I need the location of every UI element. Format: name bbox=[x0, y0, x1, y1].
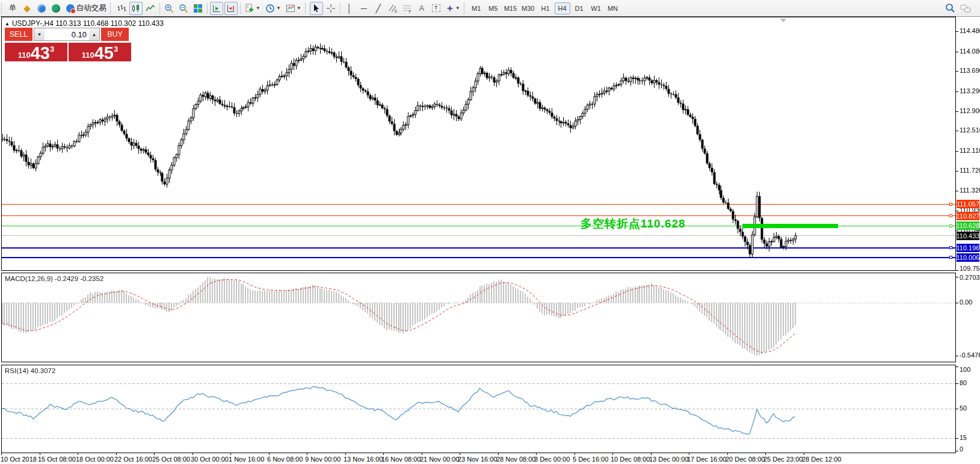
autotrade-button[interactable]: 自动交易 bbox=[64, 2, 108, 15]
hline-handle-110.827[interactable] bbox=[949, 214, 952, 217]
date-tick bbox=[536, 453, 537, 455]
chart-title: ▲USDJPY-,H4 110.313 110.468 110.302 110.… bbox=[5, 19, 164, 28]
date-tick bbox=[40, 453, 40, 455]
date-tick bbox=[804, 453, 804, 455]
volume-input[interactable] bbox=[45, 28, 89, 40]
volume-increase-button[interactable]: ▲ bbox=[89, 28, 99, 40]
arrows-button[interactable]: ▼ bbox=[444, 2, 462, 15]
signals-button[interactable] bbox=[49, 2, 63, 15]
svg-text:F: F bbox=[408, 9, 411, 13]
chat-button[interactable] bbox=[958, 2, 973, 15]
rsi-pane[interactable]: RSI(14) 40.3072 bbox=[1, 365, 956, 453]
macd-canvas[interactable] bbox=[2, 273, 955, 362]
buy-price-button[interactable]: 110453 bbox=[69, 43, 131, 61]
zoom-in-button[interactable] bbox=[162, 2, 176, 15]
cursor-icon bbox=[312, 4, 321, 13]
toolbar-gripper bbox=[464, 3, 466, 14]
timeframe-m1[interactable]: M1 bbox=[469, 2, 484, 14]
mt4-terminal: 单 ◆ 自动交易 bbox=[0, 0, 980, 464]
chart-shift-button[interactable] bbox=[224, 2, 238, 15]
autotrade-badge bbox=[70, 8, 76, 14]
macd-pane[interactable]: MACD(12,26,9) -0.2429 -0.2352 bbox=[1, 273, 956, 362]
search-button[interactable] bbox=[943, 2, 957, 15]
timeframe-m5[interactable]: M5 bbox=[485, 2, 501, 14]
date-label: 13 Nov 16:00 bbox=[344, 456, 383, 463]
horizontal-line-button[interactable]: ─ bbox=[357, 2, 371, 15]
indicators-icon: f bbox=[245, 4, 254, 13]
date-tick bbox=[727, 453, 728, 455]
sell-button[interactable]: SELL bbox=[5, 28, 32, 41]
hline-handle-110.628[interactable] bbox=[949, 224, 952, 227]
fibonacci-button[interactable]: F bbox=[401, 2, 414, 15]
tile-windows-icon bbox=[193, 4, 203, 13]
rsi-canvas[interactable] bbox=[2, 365, 955, 453]
hline-handle-110.196[interactable] bbox=[949, 246, 952, 249]
gold-button[interactable]: ◆ bbox=[20, 2, 34, 15]
toolbar-right-icons bbox=[943, 2, 974, 15]
date-tick bbox=[422, 453, 422, 455]
line-chart-icon bbox=[146, 4, 155, 13]
date-label: 1 Nov 16:00 bbox=[229, 456, 264, 463]
date-label: 15 Oct 08:00 bbox=[38, 456, 76, 463]
price-axis[interactable] bbox=[956, 16, 980, 464]
timeframe-d1[interactable]: D1 bbox=[572, 2, 587, 14]
chart-shift-marker[interactable] bbox=[780, 19, 786, 22]
candlestick-chart-button[interactable] bbox=[129, 2, 143, 15]
date-label: 23 Nov 16:00 bbox=[458, 456, 497, 463]
buy-price-point: 3 bbox=[114, 45, 118, 54]
bar-chart-button[interactable] bbox=[115, 2, 128, 15]
hline-handle-110.006[interactable] bbox=[949, 256, 952, 259]
zoom-out-button[interactable] bbox=[177, 2, 190, 15]
price-chart-pane[interactable]: ▲USDJPY-,H4 110.313 110.468 110.302 110.… bbox=[1, 16, 956, 271]
text-label-button[interactable]: T bbox=[430, 2, 443, 15]
templates-button[interactable]: ▼ bbox=[284, 2, 303, 15]
date-tick bbox=[575, 453, 575, 455]
date-tick bbox=[193, 453, 193, 455]
timeframe-m15[interactable]: M15 bbox=[502, 2, 519, 14]
date-label: 21 Nov 00:00 bbox=[420, 456, 459, 463]
trendline-button[interactable]: ╱ bbox=[372, 2, 385, 15]
annotation-text[interactable]: 多空转折点110.628 bbox=[581, 216, 686, 232]
periods-button[interactable]: ▼ bbox=[263, 2, 283, 15]
text-button[interactable]: A bbox=[415, 2, 428, 15]
mql-community-button[interactable] bbox=[35, 2, 48, 15]
indicators-button[interactable]: f ▼ bbox=[243, 2, 262, 15]
hline-handle-111.057[interactable] bbox=[949, 203, 952, 206]
vertical-line-button[interactable]: │ bbox=[343, 2, 356, 15]
support-zone-bar[interactable] bbox=[742, 224, 838, 228]
date-tick bbox=[230, 453, 231, 455]
timeframe-w1[interactable]: W1 bbox=[588, 2, 604, 14]
toolbar-gripper bbox=[1, 3, 4, 14]
sell-price-button[interactable]: 110433 bbox=[5, 43, 67, 61]
buy-price-pips: 45 bbox=[94, 46, 114, 61]
equidistant-channel-button[interactable]: E bbox=[386, 2, 399, 15]
crosshair-button[interactable] bbox=[324, 2, 337, 15]
date-label: 10 Dec 08:00 bbox=[611, 456, 650, 463]
chart-collapse-icon[interactable]: ▲ bbox=[5, 21, 10, 26]
line-chart-button[interactable] bbox=[144, 2, 157, 15]
date-tick bbox=[689, 453, 689, 455]
price-chart-canvas[interactable] bbox=[2, 17, 955, 270]
timeframe-h1[interactable]: H1 bbox=[538, 2, 553, 14]
date-label: 10 Oct 2018 bbox=[1, 456, 37, 463]
fibonacci-icon: F bbox=[402, 4, 412, 13]
auto-scroll-button[interactable] bbox=[210, 2, 223, 15]
vertical-line-icon: │ bbox=[347, 4, 352, 13]
cursor-button[interactable] bbox=[310, 2, 323, 15]
timeframe-h4[interactable]: H4 bbox=[555, 2, 570, 14]
date-tick bbox=[345, 453, 346, 455]
search-icon bbox=[945, 3, 955, 13]
channel-icon: E bbox=[388, 4, 398, 13]
arrows-icon bbox=[446, 4, 454, 13]
new-order-button[interactable]: 单 bbox=[6, 2, 19, 15]
date-tick bbox=[612, 453, 613, 455]
timeframe-m30[interactable]: M30 bbox=[520, 2, 536, 14]
trendline-icon: ╱ bbox=[376, 4, 381, 13]
dropdown-caret-icon: ▼ bbox=[455, 5, 460, 11]
buy-button[interactable]: BUY bbox=[101, 28, 129, 41]
volume-decrease-button[interactable]: ▼ bbox=[34, 28, 45, 40]
timeframe-mn[interactable]: MN bbox=[605, 2, 621, 14]
tile-windows-button[interactable] bbox=[191, 2, 205, 15]
trade-panel-prices: 110433 110453 bbox=[5, 43, 134, 61]
time-axis[interactable]: 10 Oct 201815 Oct 08:0018 Oct 00:0022 Oc… bbox=[0, 453, 956, 464]
